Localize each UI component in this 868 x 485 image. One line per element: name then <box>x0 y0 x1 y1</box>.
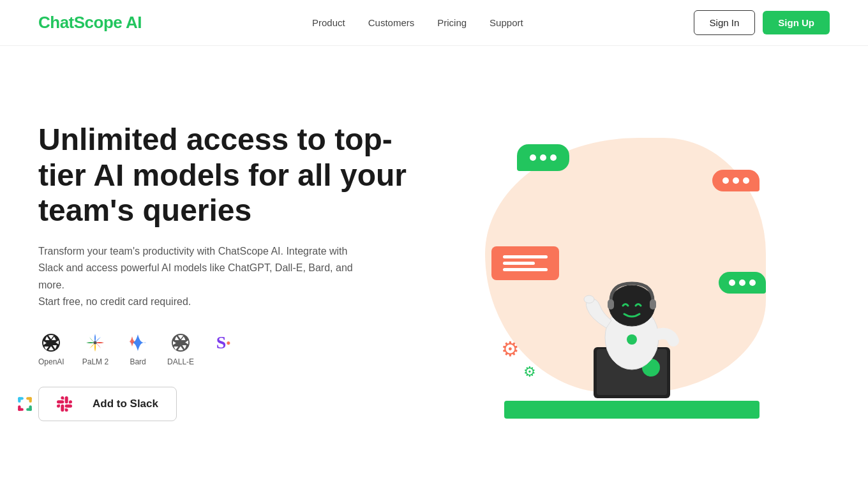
brand-bard: Bard <box>126 331 149 366</box>
bubble-line-1 <box>503 255 548 258</box>
stripe-icon: S● <box>212 331 235 354</box>
svg-rect-16 <box>608 299 614 310</box>
logo[interactable]: ChatScope AI <box>38 13 142 33</box>
bard-icon <box>126 331 149 354</box>
brand-logos: OpenAI <box>38 331 434 366</box>
nav-item-product[interactable]: Product <box>312 17 345 29</box>
bubble-dot-6 <box>743 177 749 184</box>
chat-bubble-orange-mid <box>491 246 559 280</box>
svg-point-14 <box>584 295 594 303</box>
bubble-dot-2 <box>540 154 546 161</box>
openai-label: OpenAI <box>38 357 64 366</box>
add-to-slack-button[interactable]: Add to Slack <box>38 387 177 421</box>
chat-bubble-orange-right <box>712 170 760 191</box>
hero-section: Unlimited access to top-tier AI models f… <box>0 46 868 484</box>
chat-bubble-green-large <box>517 144 569 171</box>
bubble-dot-4 <box>722 177 729 184</box>
bubble-dot-7 <box>729 280 735 286</box>
dalle-icon <box>169 331 192 354</box>
bubble-dot-5 <box>733 177 739 184</box>
bubble-dot-1 <box>530 154 536 161</box>
chat-bubble-green-small <box>719 272 766 294</box>
svg-point-15 <box>609 285 655 326</box>
gear-green-icon: ⚙ <box>523 364 536 380</box>
bubble-line-2 <box>503 262 535 265</box>
bard-label: Bard <box>130 357 146 366</box>
slack-icon <box>57 396 72 412</box>
brand-palm2: PaLM 2 <box>82 331 108 366</box>
signin-button[interactable]: Sign In <box>694 10 756 35</box>
hero-illustration: ⚙ ⚙ <box>434 71 830 472</box>
dalle-label: DALL-E <box>167 357 194 366</box>
stripe-label <box>222 357 224 366</box>
nav-item-support[interactable]: Support <box>490 17 523 29</box>
nav-links: Product Customers Pricing Support <box>312 17 523 29</box>
nav-item-customers[interactable]: Customers <box>368 17 415 29</box>
add-to-slack-label: Add to Slack <box>93 398 158 410</box>
slack-color-icon <box>17 396 33 412</box>
nav-buttons: Sign In Sign Up <box>694 10 830 35</box>
signup-button[interactable]: Sign Up <box>763 11 830 34</box>
brand-dalle: DALL-E <box>167 331 194 366</box>
svg-rect-9 <box>29 405 32 411</box>
robot-illustration <box>568 245 696 401</box>
brand-openai: OpenAI <box>38 331 64 366</box>
bubble-dot-8 <box>739 280 745 286</box>
hero-left: Unlimited access to top-tier AI models f… <box>38 122 434 421</box>
openai-icon <box>40 331 63 354</box>
illustration-container: ⚙ ⚙ <box>466 106 798 438</box>
svg-point-18 <box>627 334 637 345</box>
svg-point-1 <box>94 341 97 344</box>
bubble-line-3 <box>503 268 548 271</box>
bubble-dot-3 <box>550 154 557 161</box>
palm2-icon <box>84 331 107 354</box>
svg-rect-7 <box>18 408 24 410</box>
desk-surface <box>504 401 760 419</box>
svg-rect-17 <box>650 299 656 310</box>
hero-description: Transform your team's productivity with … <box>38 243 370 311</box>
brand-stripe: S● <box>212 331 235 366</box>
bubble-dot-9 <box>749 280 756 286</box>
hero-title: Unlimited access to top-tier AI models f… <box>38 122 434 228</box>
gear-orange-icon: ⚙ <box>501 337 520 361</box>
nav-item-pricing[interactable]: Pricing <box>437 17 467 29</box>
palm2-label: PaLM 2 <box>82 357 108 366</box>
navbar: ChatScope AI Product Customers Pricing S… <box>0 0 868 46</box>
svg-rect-5 <box>29 397 32 403</box>
svg-rect-3 <box>18 397 24 399</box>
